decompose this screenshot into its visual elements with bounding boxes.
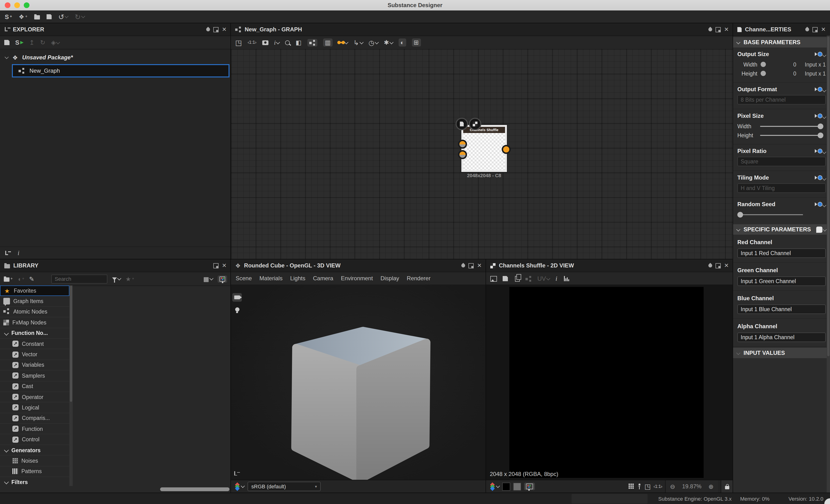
new-folder-button[interactable]: +	[4, 276, 12, 281]
dock-icon[interactable]	[213, 27, 219, 32]
random-seed-slider[interactable]	[737, 212, 807, 217]
close-icon[interactable]: ✕	[724, 262, 729, 269]
info-toggle-icon[interactable]: i	[18, 249, 20, 257]
columns-view-button[interactable]: ▥	[323, 38, 332, 46]
function-button[interactable]	[815, 114, 826, 118]
menu-item[interactable]: Environment	[341, 275, 373, 282]
fit-view-button[interactable]: ◳	[644, 483, 651, 490]
channels-shuffle-node[interactable]: Channels Shuffle 2048x2048 - C8	[461, 125, 507, 172]
preset-icon[interactable]	[816, 226, 822, 232]
save-button[interactable]	[4, 40, 9, 45]
undo-button[interactable]: ↺	[58, 13, 68, 20]
new-substance-button[interactable]: S+	[5, 13, 12, 20]
slider-knob[interactable]	[761, 62, 766, 67]
view-3d-header[interactable]: ❖ Rounded Cube - OpenGL - 3D VIEW ✕	[231, 259, 486, 272]
library-category-row[interactable]: Comparis...	[0, 413, 69, 424]
tree-view-toggle-icon[interactable]	[5, 251, 10, 256]
package-row[interactable]: ❖ Unsaved Package*	[0, 51, 231, 64]
menu-item[interactable]: Camera	[313, 275, 333, 282]
library-category-row[interactable]: Noises	[0, 456, 69, 467]
library-category-row[interactable]: Generators	[0, 445, 69, 456]
save-image-button[interactable]	[503, 276, 508, 281]
compute-time-button[interactable]: ◷	[369, 39, 378, 46]
menu-item[interactable]: Lights	[290, 275, 305, 282]
camera-mode-button[interactable]	[232, 293, 242, 302]
info-button[interactable]: i	[274, 39, 279, 45]
background-color-swatch[interactable]	[502, 482, 510, 491]
graph-view-button[interactable]	[307, 39, 317, 46]
channel-select[interactable]: Input 1 Red Channel	[737, 248, 826, 258]
function-button[interactable]	[815, 175, 826, 180]
actual-size-button[interactable]: ‹1:1›	[248, 40, 256, 45]
channel-select[interactable]: Input 1 Alpha Channel	[737, 333, 826, 342]
output-port[interactable]	[502, 145, 511, 154]
library-category-row[interactable]: Filters	[0, 477, 69, 486]
output-size-height-row[interactable]: Height 0Input x 1	[737, 69, 826, 78]
library-category-row[interactable]: Constant	[0, 339, 69, 349]
frame-button[interactable]: ⊞	[412, 38, 421, 46]
view-2d-viewport[interactable]: 2048 x 2048 (RGBA, 8bpc)	[486, 285, 733, 480]
pin-icon[interactable]	[708, 263, 713, 269]
close-icon[interactable]: ✕	[724, 26, 729, 33]
channel-select[interactable]: Input 1 Blue Channel	[737, 305, 826, 314]
search-input[interactable]	[51, 274, 107, 283]
new-package-button[interactable]: ❖+	[19, 13, 28, 20]
properties-header[interactable]: Channe...ERTIES ✕	[733, 23, 830, 36]
library-header[interactable]: LIBRARY ✕	[0, 259, 231, 272]
add-favorite-button[interactable]: ★+	[125, 276, 134, 282]
specific-parameters-section[interactable]: SPECIFIC PARAMETERS	[733, 224, 830, 235]
properties-scrollbar[interactable]	[827, 36, 830, 493]
channel-select[interactable]: Input 1 Green Channel	[737, 277, 826, 286]
histogram-button[interactable]	[563, 276, 569, 281]
close-icon[interactable]: ✕	[222, 26, 227, 33]
display-options-button[interactable]: ◐	[398, 38, 406, 46]
node-preview-badge[interactable]	[469, 118, 481, 130]
graph-canvas[interactable]: Channels Shuffle 2048x2048 - C8	[231, 49, 733, 259]
slider-knob[interactable]	[761, 71, 766, 76]
link-mode-button[interactable]	[338, 41, 348, 43]
resize-corner[interactable]	[824, 498, 830, 504]
input-values-section[interactable]: INPUT VALUES	[733, 348, 830, 358]
info-button[interactable]: i	[555, 275, 557, 282]
screenshot-button[interactable]	[262, 40, 268, 45]
dock-icon[interactable]	[715, 263, 721, 268]
physical-size-button[interactable]	[637, 483, 642, 489]
filter-button[interactable]	[112, 277, 121, 280]
background-gray-swatch[interactable]	[513, 482, 521, 491]
title-bar[interactable]: Substance Designer	[0, 0, 830, 10]
uv-mode-button[interactable]: UV	[537, 276, 550, 282]
pin-icon[interactable]	[205, 27, 211, 32]
close-icon[interactable]: ✕	[222, 262, 227, 269]
save-all-button[interactable]	[46, 14, 52, 19]
close-icon[interactable]: ✕	[821, 26, 826, 33]
dock-icon[interactable]	[469, 263, 474, 268]
library-category-row[interactable]: Operator	[0, 392, 69, 403]
zoom-window-button[interactable]	[24, 2, 29, 8]
library-category-row[interactable]: Patterns	[0, 466, 69, 477]
zoom-out-button[interactable]: ⊖	[670, 483, 675, 490]
library-category-row[interactable]: Graph Items	[0, 296, 69, 307]
library-category-row[interactable]: Function	[0, 424, 69, 434]
expand-chevron-icon[interactable]	[5, 55, 9, 59]
output-size-width-row[interactable]: Width 0Input x 1	[737, 60, 826, 69]
input-port-2[interactable]	[458, 150, 467, 159]
library-category-row[interactable]: Control	[0, 434, 69, 445]
new-filter-button[interactable]: ◖+	[17, 276, 24, 282]
pixel-size-width-slider[interactable]	[760, 123, 826, 129]
display-options-button[interactable]	[218, 275, 227, 282]
graph-header[interactable]: New_Graph - GRAPH ✕	[231, 23, 733, 36]
menu-item[interactable]: Scene	[236, 275, 252, 282]
library-category-row[interactable]: FxMap Nodes	[0, 317, 69, 328]
tiling-button[interactable]	[629, 483, 635, 489]
function-button[interactable]	[815, 87, 826, 92]
light-mode-button[interactable]	[235, 306, 239, 313]
library-category-row[interactable]: Cast	[0, 381, 69, 392]
base-parameters-section[interactable]: BASE PARAMETERS	[733, 37, 830, 48]
function-button[interactable]	[815, 149, 826, 153]
edit-button[interactable]: ✎	[29, 276, 34, 282]
scene-tree-icon[interactable]	[234, 471, 239, 476]
close-icon[interactable]: ✕	[477, 262, 482, 269]
explorer-header[interactable]: EXPLORER ✕	[0, 23, 231, 36]
view-3d-viewport[interactable]	[231, 285, 486, 480]
export-image-button[interactable]	[490, 276, 497, 281]
